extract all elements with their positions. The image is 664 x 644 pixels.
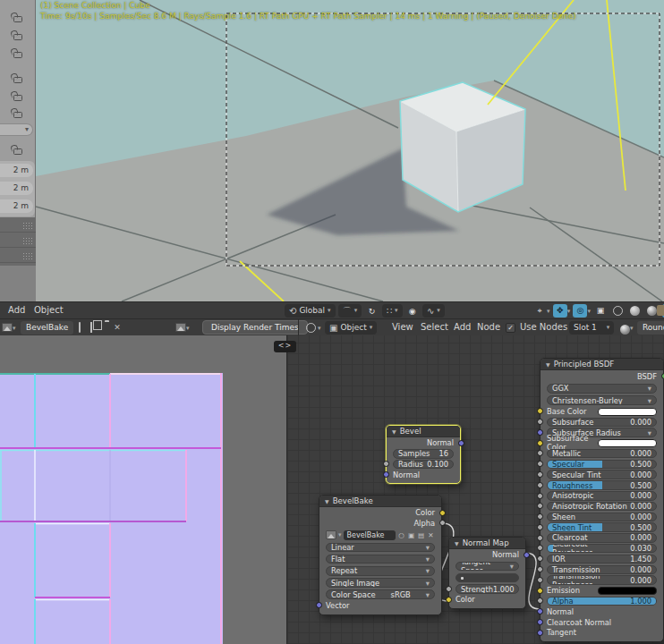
- use-nodes-checkbox[interactable]: ✓: [506, 323, 515, 333]
- dropdown-repeat[interactable]: Repeat▾: [326, 566, 435, 576]
- slider-roughness[interactable]: Roughness0.500: [547, 480, 657, 490]
- dimension-y-field[interactable]: 2 m: [0, 182, 33, 195]
- shader-type-icon[interactable]: [303, 321, 318, 335]
- shader-editor[interactable]: ▼Bevel Normal Samples16 Radius0.100 Norm…: [286, 335, 664, 644]
- dropdown-flat[interactable]: Flat▾: [326, 555, 435, 564]
- node-image-texture[interactable]: ▼BevelBake Color Alpha ▾ BevelBake ○ ▣ ▤…: [319, 495, 442, 615]
- socket-bsdf-output[interactable]: [661, 373, 664, 379]
- socket-strength-input[interactable]: [446, 586, 452, 592]
- socket-purple[interactable]: [537, 429, 543, 436]
- strength-field[interactable]: Strength1.000: [455, 584, 519, 594]
- dimension-z-field[interactable]: 2 m: [0, 199, 33, 213]
- node-bevel[interactable]: ▼Bevel Normal Samples16 Radius0.100 Norm…: [386, 425, 461, 484]
- socket-vector-input[interactable]: [316, 602, 322, 608]
- uv-map-field[interactable]: [455, 573, 519, 583]
- socket-grey[interactable]: [537, 566, 543, 572]
- snapping-dropdown[interactable]: ⌒▾: [338, 304, 362, 318]
- color-swatch-subsurface-color[interactable]: [598, 439, 657, 447]
- socket-grey[interactable]: [537, 493, 543, 499]
- collapse-icon[interactable]: ▼: [392, 428, 396, 435]
- node-header[interactable]: ▼BevelBake: [319, 496, 441, 507]
- socket-grey[interactable]: [537, 482, 543, 488]
- image-datablock-icon[interactable]: [326, 530, 336, 539]
- collapse-icon[interactable]: ▼: [455, 540, 459, 547]
- socket-radius-input[interactable]: [383, 461, 389, 467]
- socket-grey[interactable]: [537, 535, 543, 541]
- folder-icon[interactable]: ▤: [417, 531, 425, 539]
- fake-user-icon[interactable]: ○: [397, 531, 405, 539]
- slider-clearcoat-roughness[interactable]: Clearcoat Roughness0.030: [547, 544, 657, 554]
- color-swatch-base-color[interactable]: [598, 408, 657, 416]
- panel-row[interactable]: [0, 233, 36, 248]
- region-toggle-widget[interactable]: <>: [274, 341, 296, 352]
- collapse-icon[interactable]: ▼: [546, 361, 550, 368]
- unlock-icon[interactable]: [13, 16, 22, 22]
- slider-clearcoat[interactable]: Clearcoat0.000: [547, 533, 657, 543]
- display-render-times-button[interactable]: Display Render Times: [202, 320, 308, 335]
- slider-anisotropic[interactable]: Anisotropic0.000: [547, 491, 657, 501]
- socket-grey[interactable]: [537, 513, 543, 520]
- falloff-dropdown[interactable]: ∿▾: [422, 304, 445, 318]
- socket-purple[interactable]: [537, 630, 543, 636]
- unlock-icon[interactable]: [13, 95, 22, 101]
- slider-sheen[interactable]: Sheen0.000: [547, 513, 657, 522]
- space-dropdown[interactable]: Tangent Space▾: [455, 562, 519, 572]
- shading-solid[interactable]: [627, 304, 642, 318]
- socket-grey[interactable]: [537, 545, 543, 551]
- image-browse-icon[interactable]: [2, 323, 13, 332]
- panel-row[interactable]: [0, 248, 36, 263]
- menu-add[interactable]: Add: [8, 302, 25, 318]
- xray-toggle[interactable]: ▣: [593, 304, 608, 318]
- show-gizmo-dropdown[interactable]: ⌖: [532, 304, 547, 318]
- socket-normal-input[interactable]: [383, 471, 389, 478]
- socket-normal-output[interactable]: [458, 440, 464, 446]
- unlock-icon[interactable]: [13, 52, 22, 58]
- drag-handle-icon[interactable]: [22, 222, 32, 229]
- shading-wireframe[interactable]: [610, 304, 625, 318]
- slider-ior[interactable]: IOR1.450: [547, 555, 657, 564]
- socket-yellow[interactable]: [537, 440, 543, 446]
- menu-node[interactable]: Node: [477, 319, 500, 335]
- image-name-field[interactable]: BevelBake: [344, 530, 396, 540]
- new-image-icon[interactable]: [90, 322, 92, 333]
- socket-grey[interactable]: [537, 461, 543, 467]
- panel-row[interactable]: [0, 217, 36, 233]
- socket-color-output[interactable]: [439, 510, 446, 516]
- drag-handle-icon[interactable]: [22, 237, 32, 244]
- menu-select[interactable]: Select: [421, 319, 448, 335]
- shader-mode-dropdown[interactable]: ▣Object▾: [325, 321, 377, 335]
- material-name-field[interactable]: RoundEdges: [637, 321, 664, 335]
- distribution-dropdown[interactable]: GGX▾: [547, 384, 657, 394]
- image-editor[interactable]: [0, 335, 286, 644]
- socket-grey[interactable]: [537, 471, 543, 478]
- socket-purple[interactable]: [537, 608, 543, 614]
- socket-alpha-output[interactable]: [439, 520, 446, 526]
- samples-field[interactable]: Samples16: [393, 449, 454, 459]
- use-nodes-label[interactable]: Use Nodes: [520, 319, 567, 335]
- node-normal-map[interactable]: ▼Normal Map Normal Tangent Space▾ Streng…: [448, 537, 526, 609]
- strip-dropdown[interactable]: ▾: [0, 123, 33, 136]
- socket-grey[interactable]: [537, 555, 543, 562]
- slider-transmission[interactable]: Transmission0.000: [547, 565, 657, 575]
- unlock-icon[interactable]: [13, 77, 22, 83]
- socket-normal-output[interactable]: [524, 552, 530, 558]
- menu-add[interactable]: Add: [454, 319, 471, 335]
- dimension-x-field[interactable]: 2 m: [0, 164, 33, 177]
- viewport-3d[interactable]: (1) Scene Collection | Cube Time: 9s/10s…: [36, 0, 664, 301]
- drag-handle-icon[interactable]: [22, 252, 32, 259]
- close-icon[interactable]: ✕: [427, 531, 435, 539]
- slider-metallic[interactable]: Metallic0.000: [547, 449, 657, 459]
- image-name-field[interactable]: BevelBake: [21, 321, 73, 335]
- proportional-edit-toggle[interactable]: ◉: [405, 305, 420, 318]
- socket-grey[interactable]: [537, 450, 543, 456]
- socket-yellow[interactable]: [537, 588, 543, 594]
- collapse-icon[interactable]: ▼: [325, 498, 329, 504]
- slider-specular-tint[interactable]: Specular Tint0.000: [547, 470, 657, 479]
- menu-view[interactable]: View: [392, 319, 413, 335]
- socket-grey[interactable]: [537, 577, 543, 583]
- socket-purple[interactable]: [537, 619, 543, 625]
- node-header[interactable]: ▼Normal Map: [449, 538, 525, 549]
- slot-dropdown[interactable]: Slot 1▾: [569, 321, 614, 335]
- pivot-dropdown[interactable]: ∷▾: [382, 304, 403, 318]
- fake-user-icon[interactable]: [79, 322, 81, 333]
